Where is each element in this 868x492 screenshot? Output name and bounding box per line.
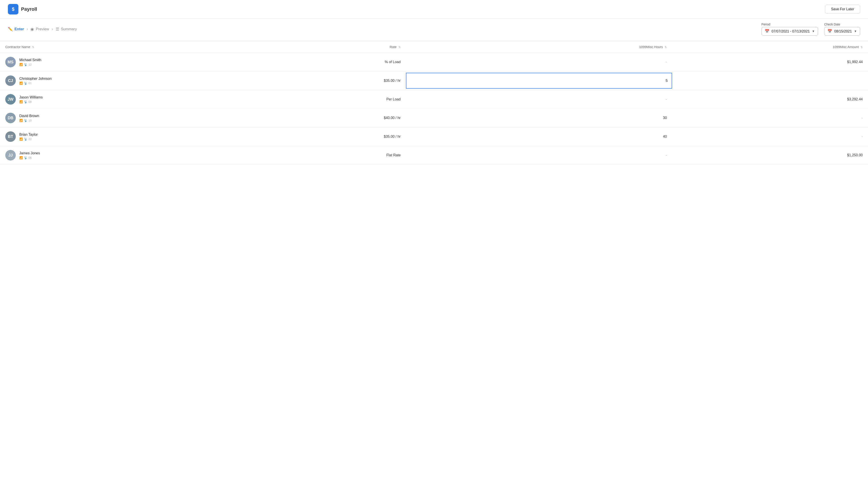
period-value: 07/07/2021 - 07/13/2021 xyxy=(771,29,810,33)
app-name: Payroll xyxy=(21,6,37,12)
summary-icon: ☰ xyxy=(56,27,59,31)
period-dropdown-arrow: ▼ xyxy=(812,30,815,33)
contractor-cell-michael-smith: MS Michael Smith 📶 📡 12 xyxy=(0,53,275,72)
contractor-meta-brian-taylor: 📶 📡 22 xyxy=(19,138,38,141)
check-date-value: 08/15/2021 xyxy=(834,29,852,33)
wifi-icon: 📡 xyxy=(24,100,27,103)
contractor-meta-david-brown: 📶 📡 10 xyxy=(19,119,39,122)
step-sep-2: › xyxy=(52,27,53,31)
signal-icon: 📶 xyxy=(19,100,23,103)
hours-cell-michael-smith[interactable]: - xyxy=(406,53,672,72)
period-group: Period 📅 07/07/2021 - 07/13/2021 ▼ xyxy=(762,23,818,35)
amount-dash-brian-taylor: - xyxy=(862,134,863,138)
hours-dash-michael-smith: - xyxy=(666,60,667,64)
sort-amount-icon: ⇅ xyxy=(861,46,863,49)
step-preview-label: Preview xyxy=(36,27,49,31)
amount-cell-jason-williams: $3,292.44 xyxy=(672,90,868,109)
hours-input-christopher-johnson[interactable] xyxy=(406,73,672,89)
toolbar: ✏️ Enter › ◉ Preview › ☰ Summary Period … xyxy=(0,19,868,35)
col-rate[interactable]: Rate ⇅ xyxy=(275,41,406,53)
contractor-meta-jason-williams: 📶 📡 08 xyxy=(19,100,43,103)
signal-icon: 📶 xyxy=(19,63,23,66)
contractor-name-brian-taylor: Brian Taylor xyxy=(19,133,38,137)
contractor-cell-brian-taylor: BT Brian Taylor 📶 📡 22 xyxy=(0,127,275,146)
step-summary[interactable]: ☰ Summary xyxy=(56,27,77,31)
amount-cell-david-brown: - xyxy=(672,109,868,127)
table-row: CJ Christopher Johnson 📶 📡 01 $35.00 / h… xyxy=(0,72,868,90)
check-date-label: Check Date xyxy=(824,23,860,26)
check-date-picker[interactable]: 📅 08/15/2021 ▼ xyxy=(824,27,860,35)
app-header: $ Payroll Save For Later xyxy=(0,0,868,19)
payroll-table-section: Contractor Name ⇅ Rate ⇅ 1099Misc Hours … xyxy=(0,35,868,165)
enter-icon: ✏️ xyxy=(8,27,13,31)
amount-cell-james-jones: $1,250.00 xyxy=(672,146,868,165)
contractor-meta-christopher-johnson: 📶 📡 01 xyxy=(19,81,52,85)
table-row: JW Jason Williams 📶 📡 08 Per Load-$3,292… xyxy=(0,90,868,109)
contractor-cell-david-brown: DB David Brown 📶 📡 10 xyxy=(0,109,275,127)
contractor-name-michael-smith: Michael Smith xyxy=(19,58,41,62)
preview-icon: ◉ xyxy=(30,27,34,31)
hours-cell-brian-taylor[interactable]: 40 xyxy=(406,127,672,146)
contractor-name-david-brown: David Brown xyxy=(19,114,39,118)
hours-cell-jason-williams[interactable]: - xyxy=(406,90,672,109)
table-row: MS Michael Smith 📶 📡 12 % of Load-$1,992… xyxy=(0,53,868,72)
date-controls: Period 📅 07/07/2021 - 07/13/2021 ▼ Check… xyxy=(762,23,860,35)
avatar-christopher-johnson: CJ xyxy=(5,75,16,86)
contractor-name-jason-williams: Jason Williams xyxy=(19,95,43,99)
sort-rate-icon: ⇅ xyxy=(399,46,401,49)
hours-cell-david-brown[interactable]: 30 xyxy=(406,109,672,127)
hours-dash-james-jones: - xyxy=(666,153,667,157)
step-preview[interactable]: ◉ Preview xyxy=(30,27,49,31)
signal-icon: 📶 xyxy=(19,119,23,122)
col-contractor-name[interactable]: Contractor Name ⇅ xyxy=(0,41,275,53)
rate-cell-jason-williams: Per Load xyxy=(275,90,406,109)
period-picker[interactable]: 📅 07/07/2021 - 07/13/2021 ▼ xyxy=(762,27,818,35)
avatar-brian-taylor: BT xyxy=(5,131,16,142)
amount-dash-david-brown: - xyxy=(862,116,863,120)
rate-cell-david-brown: $40.00 / hr xyxy=(275,109,406,127)
avatar-michael-smith: MS xyxy=(5,57,16,67)
table-row: DB David Brown 📶 📡 10 $40.00 / hr30- xyxy=(0,109,868,127)
contractor-cell-jason-williams: JW Jason Williams 📶 📡 08 xyxy=(0,90,275,109)
col-hours[interactable]: 1099Misc Hours ⇅ xyxy=(406,41,672,53)
step-enter-label: Enter xyxy=(15,27,24,31)
hours-dash-jason-williams: - xyxy=(666,97,667,101)
logo-area: $ Payroll xyxy=(8,4,37,15)
avatar-james-jones: JJ xyxy=(5,150,16,161)
contractor-cell-james-jones: JJ James Jones 📶 📡 06 xyxy=(0,146,275,165)
avatar-david-brown: DB xyxy=(5,113,16,123)
period-cal-icon: 📅 xyxy=(765,29,769,33)
check-date-group: Check Date 📅 08/15/2021 ▼ xyxy=(824,23,860,35)
period-label: Period xyxy=(762,23,818,26)
amount-cell-christopher-johnson xyxy=(672,72,868,90)
table-row: JJ James Jones 📶 📡 06 Flat Rate-$1,250.0… xyxy=(0,146,868,165)
signal-icon: 📶 xyxy=(19,156,23,159)
col-amount[interactable]: 1099Misc Amount ⇅ xyxy=(672,41,868,53)
contractor-meta-michael-smith: 📶 📡 12 xyxy=(19,63,41,66)
hours-cell-christopher-johnson[interactable] xyxy=(406,72,672,90)
table-header-row: Contractor Name ⇅ Rate ⇅ 1099Misc Hours … xyxy=(0,41,868,53)
contractor-cell-christopher-johnson: CJ Christopher Johnson 📶 📡 01 xyxy=(0,72,275,90)
contractor-meta-james-jones: 📶 📡 06 xyxy=(19,156,40,159)
check-date-dropdown-arrow: ▼ xyxy=(854,30,857,33)
wifi-icon: 📡 xyxy=(24,138,27,141)
rate-cell-christopher-johnson: $35.00 / hr xyxy=(275,72,406,90)
payroll-table: Contractor Name ⇅ Rate ⇅ 1099Misc Hours … xyxy=(0,41,868,165)
save-for-later-button[interactable]: Save For Later xyxy=(825,5,860,14)
wifi-icon: 📡 xyxy=(24,119,27,122)
rate-cell-james-jones: Flat Rate xyxy=(275,146,406,165)
amount-cell-michael-smith: $1,992.44 xyxy=(672,53,868,72)
hours-cell-james-jones[interactable]: - xyxy=(406,146,672,165)
contractor-name-james-jones: James Jones xyxy=(19,151,40,155)
sort-hours-icon: ⇅ xyxy=(665,46,667,49)
signal-icon: 📶 xyxy=(19,81,23,85)
table-row: BT Brian Taylor 📶 📡 22 $35.00 / hr40- xyxy=(0,127,868,146)
sort-contractor-icon: ⇅ xyxy=(32,46,34,49)
avatar-jason-williams: JW xyxy=(5,94,16,104)
amount-cell-brian-taylor: - xyxy=(672,127,868,146)
step-sep-1: › xyxy=(27,27,28,31)
check-date-cal-icon: 📅 xyxy=(827,29,832,33)
wifi-icon: 📡 xyxy=(24,156,27,159)
step-enter[interactable]: ✏️ Enter xyxy=(8,27,24,31)
wifi-icon: 📡 xyxy=(24,63,27,66)
